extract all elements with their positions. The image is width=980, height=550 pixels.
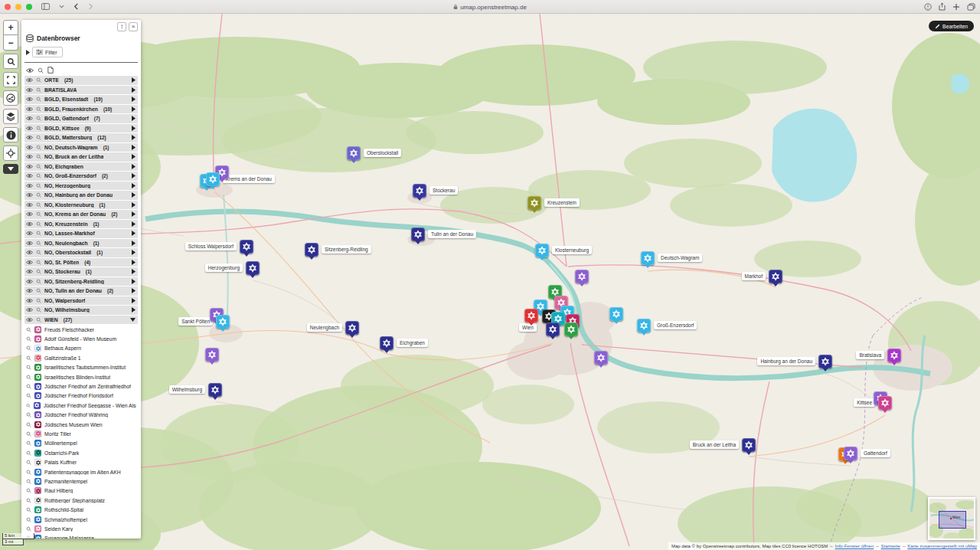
visibility-icon[interactable] xyxy=(26,145,33,150)
expand-control[interactable] xyxy=(132,126,136,131)
zoom-to-icon[interactable] xyxy=(26,327,31,332)
tabs-overview-icon[interactable] xyxy=(967,0,975,14)
visibility-icon[interactable] xyxy=(26,241,33,246)
visibility-icon[interactable] xyxy=(26,288,33,293)
category-row[interactable]: BGLD, Gattendorf(7) xyxy=(24,114,138,123)
map-marker[interactable] xyxy=(206,172,220,186)
zoom-out-button[interactable]: − xyxy=(3,35,18,51)
map-marker[interactable] xyxy=(818,355,832,368)
category-row[interactable]: NÖ, Groß-Enzersdorf(2) xyxy=(24,172,138,181)
zoom-to-icon[interactable] xyxy=(26,526,31,532)
zoom-to-icon[interactable] xyxy=(26,412,31,417)
visibility-icon[interactable] xyxy=(26,211,33,217)
visibility-icon[interactable] xyxy=(26,221,33,227)
category-row[interactable]: NÖ, Sitzenberg-Reidling xyxy=(24,277,138,286)
map-marker[interactable] xyxy=(528,196,541,210)
about-button[interactable] xyxy=(3,127,18,142)
zoom-to-icon[interactable] xyxy=(36,135,41,140)
visibility-icon[interactable] xyxy=(26,87,33,93)
expand-control[interactable] xyxy=(132,202,136,208)
poi-row[interactable]: Freuds Fleischhacker xyxy=(24,325,138,334)
visibility-icon[interactable] xyxy=(26,183,33,188)
zoom-to-icon[interactable] xyxy=(36,288,41,293)
expand-control[interactable] xyxy=(132,154,136,159)
poi-row[interactable]: Israelitisches Taubstummen-Institut xyxy=(24,363,138,372)
visibility-icon[interactable] xyxy=(26,97,33,102)
toggle-all-visibility-icon[interactable] xyxy=(26,67,34,74)
locate-button[interactable] xyxy=(3,146,18,161)
expand-control[interactable] xyxy=(132,307,136,313)
map-marker[interactable] xyxy=(546,322,560,336)
layers-button[interactable] xyxy=(3,109,18,124)
zoom-to-all-icon[interactable] xyxy=(38,67,44,74)
visibility-icon[interactable] xyxy=(26,317,33,322)
address-bar[interactable]: umap.openstreetmap.de xyxy=(0,0,980,14)
category-row[interactable]: NÖ, Klosterneuburg(1) xyxy=(24,201,138,210)
poi-row[interactable]: Rothschild-Spital xyxy=(24,505,138,514)
share-map-button[interactable] xyxy=(3,90,18,106)
zoom-to-icon[interactable] xyxy=(36,231,41,236)
category-row[interactable]: NÖ, Oberstockstall(1) xyxy=(24,248,138,257)
map-marker[interactable] xyxy=(208,383,222,397)
map-marker[interactable] xyxy=(887,349,901,362)
attribution-link[interactable]: Info-Fenster öffnen xyxy=(835,544,874,548)
visibility-icon[interactable] xyxy=(26,279,33,284)
zoom-to-icon[interactable] xyxy=(26,345,31,351)
collapse-control[interactable] xyxy=(130,318,136,322)
attribution-link[interactable]: Karte zusammengestellt mit uMap xyxy=(907,544,977,548)
poi-row[interactable]: Jüdischer Friedhof Floridsdorf xyxy=(24,391,138,401)
zoom-to-icon[interactable] xyxy=(36,241,41,246)
zoom-to-icon[interactable] xyxy=(26,479,31,484)
expand-control[interactable] xyxy=(132,231,136,236)
category-row[interactable]: NÖ, Krems an der Donau(2) xyxy=(24,210,138,219)
visibility-icon[interactable] xyxy=(26,260,33,265)
minimap-viewport-rect[interactable] xyxy=(939,511,966,529)
map-marker[interactable] xyxy=(878,396,892,410)
expand-control[interactable] xyxy=(132,269,136,274)
map-marker[interactable] xyxy=(411,228,425,241)
zoom-to-icon[interactable] xyxy=(36,145,41,150)
visibility-icon[interactable] xyxy=(26,202,33,208)
zoom-to-icon[interactable] xyxy=(26,431,31,437)
zoom-to-icon[interactable] xyxy=(36,260,41,265)
zoom-to-icon[interactable] xyxy=(36,202,41,208)
poi-row[interactable]: Pazmanitentempel xyxy=(24,476,138,486)
category-row[interactable]: NÖ, Kreuzenstein(1) xyxy=(24,220,138,229)
expand-control[interactable] xyxy=(132,106,136,112)
poi-row[interactable]: Jüdisches Museum Wien xyxy=(24,420,138,429)
zoom-to-icon[interactable] xyxy=(36,279,41,284)
zoom-to-icon[interactable] xyxy=(26,488,31,493)
map-marker[interactable] xyxy=(246,261,260,275)
expand-control[interactable] xyxy=(132,288,136,293)
zoom-to-icon[interactable] xyxy=(36,154,41,159)
map-marker[interactable] xyxy=(641,251,655,265)
more-tools-button[interactable] xyxy=(3,164,18,174)
visibility-icon[interactable] xyxy=(26,126,33,131)
map-marker[interactable] xyxy=(637,319,651,332)
zoom-to-icon[interactable] xyxy=(26,507,31,512)
poi-row[interactable]: Galitzinstraße 1 xyxy=(24,353,138,362)
category-row[interactable]: NÖ, Tulln an der Donau(2) xyxy=(24,286,138,296)
category-row[interactable]: NÖ, Eichgraben xyxy=(24,162,138,172)
visibility-icon[interactable] xyxy=(26,173,33,178)
expand-control[interactable] xyxy=(132,192,136,198)
visibility-icon[interactable] xyxy=(26,154,33,159)
close-window-button[interactable] xyxy=(5,4,11,10)
zoom-to-icon[interactable] xyxy=(36,116,41,121)
zoom-to-icon[interactable] xyxy=(36,211,41,217)
expand-control[interactable] xyxy=(132,164,136,169)
expand-control[interactable] xyxy=(132,241,136,246)
reader-icon[interactable] xyxy=(924,0,932,14)
map-marker[interactable] xyxy=(205,348,219,362)
zoom-to-icon[interactable] xyxy=(26,470,31,475)
zoom-to-icon[interactable] xyxy=(26,460,31,465)
zoom-to-icon[interactable] xyxy=(26,517,31,522)
expand-control[interactable] xyxy=(132,173,136,178)
category-row[interactable]: NÖ, Herzogenburg xyxy=(24,182,138,191)
filter-control[interactable]: Filter xyxy=(26,47,138,57)
map-marker[interactable] xyxy=(216,315,230,329)
poi-row[interactable]: Moritz Tiller xyxy=(24,429,138,438)
map-marker[interactable] xyxy=(609,307,623,321)
category-row[interactable]: NÖ, Hainburg an der Donau xyxy=(24,191,138,200)
visibility-icon[interactable] xyxy=(26,135,33,140)
